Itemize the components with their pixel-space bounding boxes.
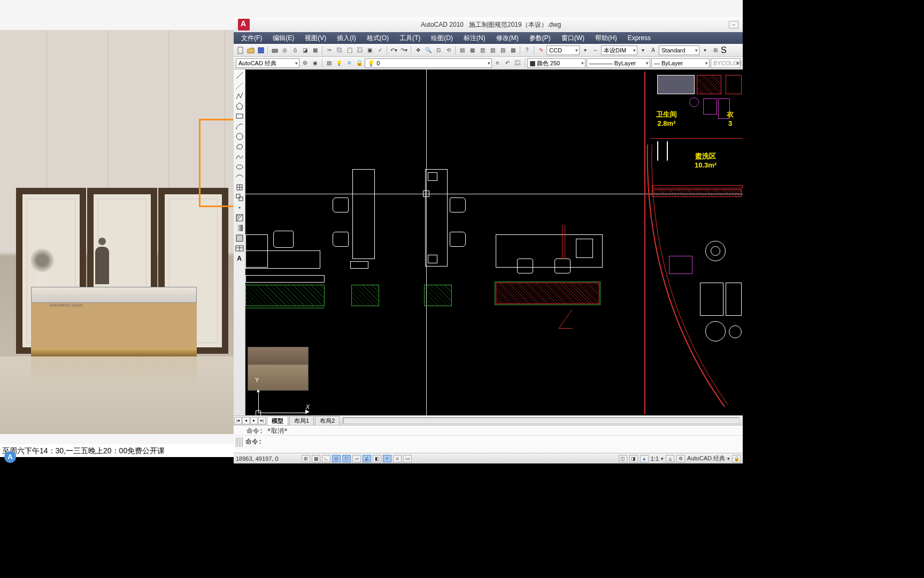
grid-button[interactable]: ▦ xyxy=(312,455,320,462)
ellipse-arc-icon[interactable] xyxy=(235,172,244,182)
dim-icon[interactable]: ↔ xyxy=(591,45,600,55)
layers-toolbar[interactable]: AutoCAD 经典 ⚙ ◉ ▤ 💡 ❄ 🔓 💡 0 ≡ ↶ ⿴ 颜色 250 … xyxy=(234,57,743,70)
ducs-button[interactable]: ◧ xyxy=(373,455,381,462)
statusbar[interactable]: 18963, 49197, 0 ⊞ ▦ ∟ ⊙ □ ▱ ∠ ◧ + ≡ ▭ ◫ … xyxy=(234,453,743,463)
menu-dimension[interactable]: 标注(N) xyxy=(458,33,491,44)
print-icon[interactable] xyxy=(270,45,279,55)
menu-modify[interactable]: 修改(M) xyxy=(491,33,524,44)
menubar[interactable]: 文件(F) 编辑(E) 视图(V) 插入(I) 格式(O) 工具(T) 绘图(D… xyxy=(234,32,743,44)
check-icon[interactable]: ✓ xyxy=(375,45,384,55)
menu-tools[interactable]: 工具(T) xyxy=(394,33,426,44)
help-icon[interactable]: ? xyxy=(522,45,532,55)
draw-toolbar[interactable]: A xyxy=(234,70,245,415)
menu-express[interactable]: Express xyxy=(622,33,656,43)
layer-manager-icon[interactable]: ▤ xyxy=(325,58,334,67)
layer-lock-icon[interactable]: 🔓 xyxy=(355,58,364,67)
menu-view[interactable]: 视图(V) xyxy=(299,33,332,44)
mtext-icon[interactable]: A xyxy=(235,254,244,263)
spline-icon[interactable] xyxy=(235,152,244,162)
menu-file[interactable]: 文件(F) xyxy=(236,33,267,44)
zoom-realtime-icon[interactable]: 🔍 xyxy=(424,45,433,55)
calc-icon[interactable]: ▩ xyxy=(509,45,518,55)
osnap-button[interactable]: □ xyxy=(342,455,351,462)
tab-first-button[interactable]: |◂ xyxy=(234,417,242,424)
minimize-button[interactable]: – xyxy=(729,21,738,28)
tab-layout1[interactable]: 布局1 xyxy=(289,416,314,425)
status-workspace[interactable]: AutoCAD 经典 xyxy=(687,454,725,462)
lineweight-combo[interactable]: — ByLayer xyxy=(651,58,710,68)
layout-tabs[interactable]: |◂ ◂ ▸ ▸| 模型 布局1 布局2 xyxy=(234,415,743,425)
arc-icon[interactable] xyxy=(235,121,244,131)
print-preview-icon[interactable]: ◎ xyxy=(280,45,289,55)
menu-edit[interactable]: 编辑(E) xyxy=(267,33,299,44)
dimstyle1-combo[interactable]: CCD DIM xyxy=(546,45,580,55)
pan-icon[interactable]: ✥ xyxy=(413,45,422,55)
model-button[interactable]: ◫ xyxy=(619,455,627,462)
workspace-settings-icon[interactable]: ⚙ xyxy=(301,58,310,67)
lwt-button[interactable]: ≡ xyxy=(393,455,402,462)
brush-icon[interactable]: ✎ xyxy=(536,45,545,55)
tool-palette-icon[interactable]: ▥ xyxy=(478,45,487,55)
xline-icon[interactable] xyxy=(235,81,244,90)
region-icon[interactable] xyxy=(235,233,244,243)
table-icon[interactable]: ⊞ xyxy=(711,45,720,55)
layer-bulb-icon[interactable]: 💡 xyxy=(335,58,344,67)
ellipse-icon[interactable] xyxy=(235,162,244,172)
markup-icon[interactable]: ▨ xyxy=(498,45,507,55)
match-icon[interactable]: ⿴ xyxy=(355,45,364,55)
dropdown-icon[interactable]: ▾ xyxy=(700,45,710,55)
workspace-save-icon[interactable]: ◉ xyxy=(311,58,320,67)
color-combo[interactable]: 颜色 250 xyxy=(527,58,586,68)
menu-draw[interactable]: 绘图(D) xyxy=(426,33,458,44)
line-icon[interactable] xyxy=(235,71,244,80)
layer-combo[interactable]: 💡 0 xyxy=(365,58,492,68)
revcloud-icon[interactable] xyxy=(235,142,244,151)
annotation-scale[interactable]: 1:1 xyxy=(651,455,659,462)
annovisibility-button[interactable]: ◬ xyxy=(666,455,674,462)
dropdown-icon[interactable]: ▾ xyxy=(581,45,590,55)
new-icon[interactable] xyxy=(236,45,245,55)
layer-state-icon[interactable]: ≡ xyxy=(493,58,502,67)
drawing-canvas[interactable]: 卫生间2.8m² 衣3 盥洗区10.3m² xyxy=(245,70,743,415)
workspace-icon[interactable]: ⚙ xyxy=(676,455,685,462)
undo-icon[interactable]: ↶▾ xyxy=(389,45,398,55)
tab-layout2[interactable]: 布局2 xyxy=(315,416,340,425)
tab-next-button[interactable]: ▸ xyxy=(250,417,258,424)
command-area[interactable]: 命令: *取消* xyxy=(234,425,743,453)
gradient-icon[interactable] xyxy=(235,223,244,233)
dropdown-icon[interactable]: ▾ xyxy=(638,45,648,55)
qp-button[interactable]: ▭ xyxy=(403,455,412,462)
block-icon[interactable] xyxy=(235,193,244,202)
horizontal-scrollbar[interactable] xyxy=(343,417,740,424)
cut-icon[interactable]: ✂ xyxy=(325,45,334,55)
snap-button[interactable]: ⊞ xyxy=(302,455,310,462)
standard-toolbar[interactable]: ◎ ⎙ ◪ ▦ ✂ ⿻ 📋 ⿴ ▣ ✓ ↶▾ ↷▾ ✥ 🔍 ⊡ ⟲ ▤ ▦ ▥ … xyxy=(234,44,743,57)
save-icon[interactable] xyxy=(256,45,265,55)
otrack-button[interactable]: ∠ xyxy=(363,455,371,462)
circle-icon[interactable] xyxy=(235,132,244,141)
sheetset-icon[interactable]: ▧ xyxy=(488,45,497,55)
titlebar[interactable]: AutoCAD 2010 施工制图规范2019（本设）.dwg – xyxy=(234,17,743,32)
ortho-button[interactable]: ∟ xyxy=(322,455,330,462)
menu-help[interactable]: 帮助(H) xyxy=(590,33,622,44)
open-icon[interactable] xyxy=(246,45,255,55)
redo-icon[interactable]: ↷▾ xyxy=(399,45,409,55)
workspace-combo[interactable]: AutoCAD 经典 xyxy=(236,58,299,68)
publish-icon[interactable]: ⎙ xyxy=(290,45,299,55)
layer-match-icon[interactable]: ⿴ xyxy=(513,58,522,67)
sheet-icon[interactable]: ▦ xyxy=(311,45,320,55)
annoscale-icon[interactable]: ▲ xyxy=(640,455,649,462)
copy-icon[interactable]: ⿻ xyxy=(335,45,344,55)
lock-button[interactable]: 🔒 xyxy=(732,455,741,462)
zoom-previous-icon[interactable]: ⟲ xyxy=(444,45,453,55)
polyline-icon[interactable] xyxy=(235,91,244,101)
3d-icon[interactable]: ◪ xyxy=(301,45,310,55)
point-icon[interactable] xyxy=(235,203,244,212)
insert-icon[interactable] xyxy=(235,182,244,192)
tab-last-button[interactable]: ▸| xyxy=(258,417,266,424)
block-icon[interactable]: ▣ xyxy=(365,45,374,55)
table-icon[interactable] xyxy=(235,244,244,253)
paste-icon[interactable]: 📋 xyxy=(345,45,354,55)
menu-parametric[interactable]: 参数(P) xyxy=(524,33,556,44)
zoom-window-icon[interactable]: ⊡ xyxy=(434,45,443,55)
